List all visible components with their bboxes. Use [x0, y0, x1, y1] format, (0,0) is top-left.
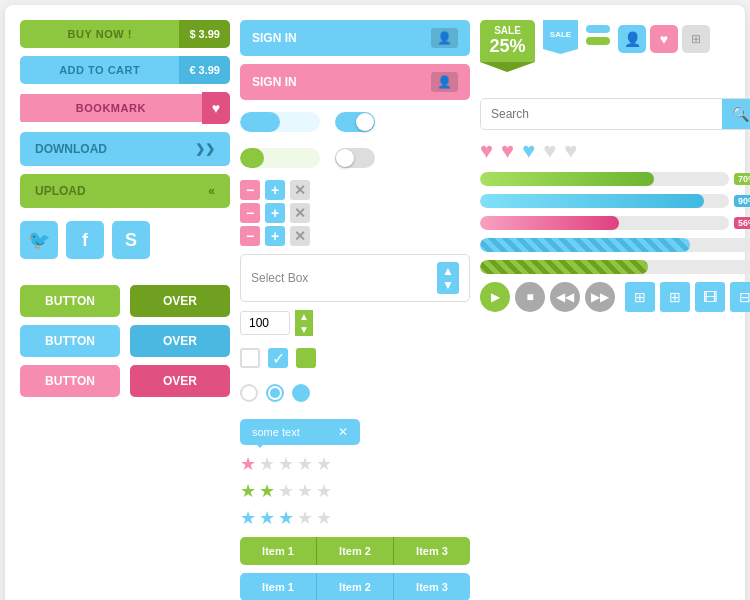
heart-outline-2[interactable]: ♥ [564, 138, 577, 164]
forward-button[interactable]: ▶▶ [585, 282, 615, 312]
spinner-arrows: ▲ ▼ [295, 310, 313, 336]
minus-button-3[interactable]: − [240, 226, 260, 246]
signin-blue-button[interactable]: SIGN IN 👤 [240, 20, 470, 56]
minus-button-2[interactable]: − [240, 203, 260, 223]
tab-green-1[interactable]: Item 1 [240, 537, 317, 565]
spinner-field[interactable] [240, 311, 290, 335]
star-pink-1[interactable]: ★ [240, 453, 256, 475]
play-button[interactable]: ▶ [480, 282, 510, 312]
checkbox-green[interactable] [296, 348, 316, 368]
tab-teal-3[interactable]: Item 3 [394, 573, 470, 600]
tab-green-2[interactable]: Item 2 [317, 537, 394, 565]
spinner-down-button[interactable]: ▼ [295, 323, 313, 336]
teal-over-button[interactable]: OVER [130, 325, 230, 357]
pink-button-group: BUTTON OVER [20, 365, 230, 397]
tab-teal-2[interactable]: Item 2 [317, 573, 394, 600]
facebook-icon[interactable]: f [66, 221, 104, 259]
star-empty-3[interactable]: ★ [297, 453, 313, 475]
star-empty-4[interactable]: ★ [316, 453, 332, 475]
select-box[interactable]: Select Box ▲▼ [240, 254, 470, 302]
upload-button[interactable]: UPLOAD « [20, 174, 230, 208]
star-empty-2[interactable]: ★ [278, 453, 294, 475]
column-2: SIGN IN 👤 SIGN IN 👤 [240, 20, 470, 600]
progress-bar-1[interactable] [480, 172, 729, 186]
checkbox-unchecked[interactable] [240, 348, 260, 368]
plus-button-3[interactable]: + [265, 226, 285, 246]
buy-now-button[interactable]: BUY NOW ! $ 3.99 [20, 20, 230, 48]
grid-view-button[interactable]: ⊞ [625, 282, 655, 312]
progress-slider-2[interactable] [240, 148, 320, 168]
green-button-group: BUTTON OVER [20, 285, 230, 317]
progress-fill-2 [480, 194, 704, 208]
progress-fill-3 [480, 216, 619, 230]
column-1: BUY NOW ! $ 3.99 ADD TO CART € 3.99 BOOK… [20, 20, 230, 600]
rewind-button[interactable]: ◀◀ [550, 282, 580, 312]
star-blue-1[interactable]: ★ [240, 507, 256, 529]
tab-teal-1[interactable]: Item 1 [240, 573, 317, 600]
stop-button[interactable]: ■ [515, 282, 545, 312]
close-button-2[interactable]: ✕ [290, 203, 310, 223]
star-empty-6[interactable]: ★ [297, 480, 313, 502]
green-button[interactable]: BUTTON [20, 285, 120, 317]
heart-teal[interactable]: ♥ [522, 138, 535, 164]
star-empty-7[interactable]: ★ [316, 480, 332, 502]
star-blue-3[interactable]: ★ [278, 507, 294, 529]
star-empty-1[interactable]: ★ [259, 453, 275, 475]
progress-bar-4[interactable] [480, 238, 750, 252]
progress-bar-5[interactable] [480, 260, 750, 274]
star-green-1[interactable]: ★ [240, 480, 256, 502]
heart-outline-1[interactable]: ♥ [543, 138, 556, 164]
skype-icon[interactable]: S [112, 221, 150, 259]
star-empty-8[interactable]: ★ [297, 507, 313, 529]
close-button-3[interactable]: ✕ [290, 226, 310, 246]
signin-row: SIGN IN 👤 [240, 20, 470, 56]
progress-row-4 [480, 238, 750, 252]
progress-bar-2[interactable] [480, 194, 729, 208]
radio-teal[interactable] [292, 384, 310, 402]
signin-pink-button[interactable]: SIGN IN 👤 [240, 64, 470, 100]
plus-button-1[interactable]: + [265, 180, 285, 200]
list-view-button[interactable]: ⊞ [660, 282, 690, 312]
download-button[interactable]: DOWNLOAD ❯❯ [20, 132, 230, 166]
plus-button-2[interactable]: + [265, 203, 285, 223]
profile-icon-1[interactable]: 👤 [618, 25, 646, 53]
tab-bar-teal: Item 1 Item 2 Item 3 [240, 573, 470, 600]
search-input[interactable] [481, 100, 722, 128]
star-empty-9[interactable]: ★ [316, 507, 332, 529]
close-button-1[interactable]: ✕ [290, 180, 310, 200]
add-to-cart-button[interactable]: ADD TO CART € 3.99 [20, 56, 230, 84]
pink-button[interactable]: BUTTON [20, 365, 120, 397]
green-over-button[interactable]: OVER [130, 285, 230, 317]
twitter-icon[interactable]: 🐦 [20, 221, 58, 259]
columns-view-button[interactable]: ⊟ [730, 282, 750, 312]
radio-checked[interactable] [266, 384, 284, 402]
minus-button-1[interactable]: − [240, 180, 260, 200]
film-view-button[interactable]: 🎞 [695, 282, 725, 312]
spinner-up-button[interactable]: ▲ [295, 310, 313, 323]
star-blue-2[interactable]: ★ [259, 507, 275, 529]
toggle-switch-on[interactable] [335, 112, 375, 132]
toggle-switch-off[interactable] [335, 148, 375, 168]
checkbox-checked[interactable]: ✓ [268, 348, 288, 368]
tooltip-close-icon[interactable]: ✕ [338, 425, 348, 439]
pink-over-button[interactable]: OVER [130, 365, 230, 397]
heart-filled-1[interactable]: ♥ [480, 138, 493, 164]
star-green-2[interactable]: ★ [259, 480, 275, 502]
grid-icon[interactable]: ⊞ [682, 25, 710, 53]
progress-bar-3[interactable] [480, 216, 729, 230]
teal-button[interactable]: BUTTON [20, 325, 120, 357]
star-empty-5[interactable]: ★ [278, 480, 294, 502]
bookmark-button[interactable]: BOOKMARK ♥ [20, 92, 230, 124]
tag-green[interactable] [586, 37, 610, 45]
heart-icon-2[interactable]: ♥ [650, 25, 678, 53]
tab-green-3[interactable]: Item 3 [394, 537, 470, 565]
radio-unchecked[interactable] [240, 384, 258, 402]
heart-filled-2[interactable]: ♥ [501, 138, 514, 164]
controls-row: ▶ ■ ◀◀ ▶▶ ⊞ ⊞ 🎞 ⊟ [480, 282, 750, 312]
slider-fill-2 [240, 148, 264, 168]
progress-slider[interactable] [240, 112, 320, 132]
search-button[interactable]: 🔍 [722, 99, 750, 129]
spinner-input: ▲ ▼ [240, 310, 470, 336]
tag-blue[interactable] [586, 25, 610, 33]
checkbox-row: ✓ [240, 348, 470, 368]
